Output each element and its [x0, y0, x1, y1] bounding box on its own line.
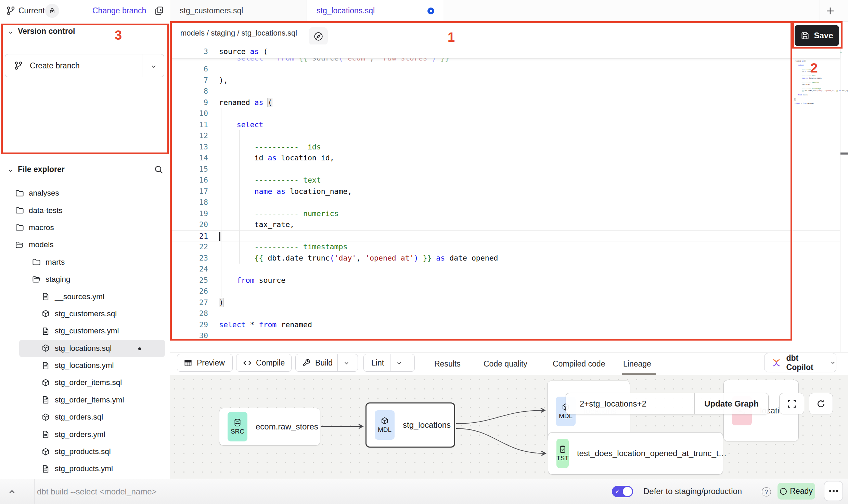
code-line-27[interactable]: 27) — [170, 297, 840, 308]
tree-item-stg-order-items-yml[interactable]: stg_order_items.yml — [0, 392, 170, 409]
lineage-selector-input[interactable] — [566, 393, 694, 414]
code-token: ), — [219, 76, 228, 84]
tree-item--sources-yml[interactable]: __sources.yml — [0, 288, 170, 305]
code-line-24[interactable]: 24 — [170, 264, 840, 275]
code-line-23[interactable]: 23 {{ dbt.date_trunc('day', 'opened_at')… — [170, 253, 840, 264]
code-line-7[interactable]: 7), — [170, 75, 840, 86]
copy-icon[interactable] — [154, 5, 165, 16]
lint-button[interactable]: Lint — [363, 354, 415, 372]
tab-stg-customers[interactable]: stg_customers.sql — [170, 0, 307, 22]
code-line-10[interactable]: 10 — [170, 108, 840, 119]
code-token — [219, 120, 237, 129]
code-line-15[interactable]: 15 — [170, 164, 840, 175]
code-line-28[interactable]: 28 — [170, 308, 840, 319]
preview-button[interactable]: Preview — [177, 354, 233, 372]
tree-item-stg-products-sql[interactable]: stg_products.sql — [0, 443, 170, 460]
tree-item-analyses[interactable]: analyses — [0, 185, 170, 202]
refresh-button[interactable] — [809, 393, 833, 414]
tree-item-stg-locations-sql[interactable]: stg_locations.sql — [19, 340, 165, 357]
code-line-14[interactable]: 14 id as location_id, — [170, 152, 840, 164]
code-line-19[interactable]: 19 ---------- numerics — [170, 208, 840, 220]
new-tab-button[interactable] — [824, 5, 836, 17]
code-line-12[interactable]: 12 — [170, 130, 840, 142]
code-line-25[interactable]: 25 from source — [170, 275, 840, 286]
help-icon[interactable]: ? — [762, 487, 771, 496]
chevron-down-icon[interactable] — [150, 63, 157, 70]
defer-toggle[interactable]: ✓ — [612, 486, 633, 497]
line-number: 18 — [170, 197, 208, 208]
tree-item-data-tests[interactable]: data-tests — [0, 202, 170, 219]
code-editor[interactable]: models / staging / stg_locations.sql 3so… — [170, 22, 848, 352]
tree-item-models[interactable]: models — [0, 236, 170, 253]
lineage-node-ecom-raw-stores[interactable]: SRC ecom.raw_stores — [219, 408, 320, 446]
code-line-26[interactable]: 26 — [170, 286, 840, 297]
code-line-9[interactable]: 9renamed as ( — [170, 97, 840, 108]
code-token: as — [436, 254, 445, 262]
chevron-up-icon[interactable] — [8, 487, 16, 496]
code-line-16[interactable]: 16 ---------- text — [170, 175, 840, 186]
tree-item-label: stg_locations.yml — [55, 361, 114, 370]
save-button[interactable]: Save — [795, 25, 839, 46]
code-line-22[interactable]: 22 ---------- timestamps — [170, 241, 840, 253]
tree-item-stg-products-yml[interactable]: stg_products.yml — [0, 460, 170, 477]
git-branch-icon — [13, 61, 24, 71]
lineage-panel[interactable]: MDL locations locations SRC ecom.raw_sto… — [170, 375, 848, 479]
code-lines[interactable]: 67),89renamed as (1011 select1213 ------… — [170, 64, 840, 342]
chevron-down-icon[interactable] — [8, 168, 14, 174]
code-line-30[interactable]: 30 — [170, 330, 840, 342]
tree-item-marts[interactable]: marts — [0, 254, 170, 271]
tree-item-macros[interactable]: macros — [0, 219, 170, 236]
code-line-17[interactable]: 17 name as location_name, — [170, 186, 840, 197]
tree-item-stg-orders-sql[interactable]: stg_orders.sql — [0, 409, 170, 426]
chevron-down-icon[interactable] — [8, 29, 14, 36]
lint-dropdown[interactable] — [390, 354, 408, 371]
code-token: 'ecom' — [343, 58, 370, 62]
build-button[interactable]: Build — [295, 354, 358, 372]
open-lineage-chip[interactable] — [309, 27, 328, 45]
command-input[interactable] — [37, 479, 482, 504]
tree-item-stg-locations-yml[interactable]: stg_locations.yml — [0, 357, 170, 374]
update-graph-button[interactable]: Update Graph — [694, 393, 768, 414]
code-token: name — [255, 187, 272, 196]
code-token: , — [370, 58, 378, 62]
clipped-code-line: select * from {{ source('ecom', 'raw_sto… — [170, 58, 840, 63]
code-token: tax_rate, — [255, 220, 295, 229]
tree-item-label: macros — [29, 223, 54, 232]
folder-open-icon — [15, 240, 24, 250]
code-line-18[interactable]: 18 — [170, 197, 840, 208]
code-line-11[interactable]: 11 select — [170, 119, 840, 131]
code-line-21[interactable]: 21 — [170, 230, 840, 242]
code-token: select — [219, 320, 246, 329]
create-branch-button[interactable]: Create branch — [5, 54, 164, 77]
code-line-13[interactable]: 13 ---------- ids — [170, 142, 840, 153]
lineage-node-stg-locations[interactable]: MDL stg_locations — [365, 402, 455, 448]
model-badge: MDL — [375, 410, 395, 440]
tree-item-stg-customers-sql[interactable]: stg_customers.sql — [0, 305, 170, 322]
search-icon[interactable] — [154, 164, 164, 175]
code-line-29[interactable]: 29select * from renamed — [170, 319, 840, 331]
tab-lineage[interactable]: Lineage — [623, 353, 651, 375]
tab-code-quality[interactable]: Code quality — [484, 353, 527, 375]
tree-item-staging[interactable]: staging — [0, 271, 170, 288]
tree-item-stg-order-items-sql[interactable]: stg_order_items.sql — [0, 374, 170, 391]
code-token: as — [255, 98, 264, 107]
tab-compiled-code[interactable]: Compiled code — [553, 353, 605, 375]
code-token: {{ — [255, 254, 268, 262]
tree-item-label: stg_customers.yml — [55, 327, 119, 335]
code-token: select — [795, 103, 800, 104]
tab-results[interactable]: Results — [434, 353, 461, 375]
build-dropdown[interactable] — [337, 354, 355, 371]
dbt-copilot-button[interactable]: dbt Copilot — [764, 353, 836, 372]
more-options-button[interactable] — [824, 481, 843, 501]
tree-item-stg-customers-yml[interactable]: stg_customers.yml — [0, 322, 170, 340]
fullscreen-button[interactable] — [779, 393, 804, 414]
code-line-6[interactable]: 6 — [170, 64, 840, 75]
code-line-8[interactable]: 8 — [170, 86, 840, 97]
code-line-20[interactable]: 20 tax_rate, — [170, 219, 840, 230]
tab-stg-locations[interactable]: stg_locations.sql — [307, 0, 443, 22]
change-branch-link[interactable]: Change branch — [92, 0, 146, 22]
compile-button[interactable]: Compile — [236, 354, 292, 372]
scrollbar-thumb[interactable] — [840, 152, 848, 155]
lineage-node-test[interactable]: TST test_does_location_opened_at_trunc_t… — [548, 432, 723, 475]
tree-item-stg-orders-yml[interactable]: stg_orders.yml — [0, 426, 170, 443]
